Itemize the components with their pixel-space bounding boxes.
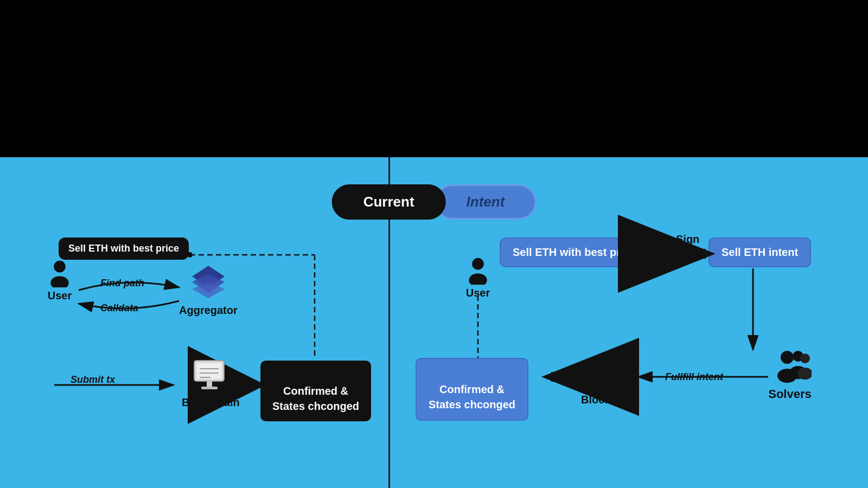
solvers-figure: Solvers	[768, 350, 812, 401]
svg-point-0	[54, 261, 66, 273]
user-figure-right: User	[464, 258, 492, 299]
calldata-label: Calldata	[100, 303, 138, 314]
user-label-left: User	[48, 290, 72, 302]
sign-label: Sign	[676, 233, 699, 246]
submit-tx-label: Submit tx	[71, 374, 115, 386]
confirmed-box-right: Confirmed & States chconged	[416, 358, 528, 421]
bottom-section: Current Intent Sell ETH with best price …	[0, 157, 868, 488]
svg-point-23	[781, 351, 794, 364]
svg-point-19	[472, 258, 484, 270]
intent-button[interactable]: Intent	[435, 184, 537, 220]
user-icon-right	[464, 258, 492, 285]
blockchain-container-left: Blockchain	[182, 358, 240, 409]
user-icon-left	[46, 260, 73, 287]
toggle-container: Current Intent	[332, 184, 537, 220]
blockchain-icon-right	[591, 355, 629, 390]
blockchain-container-right: Blockchain	[581, 355, 639, 406]
svg-rect-15	[201, 387, 218, 389]
confirmed-box-left: Confirmed & States chconged	[260, 361, 371, 421]
sell-intent-box: Sell ETH intent	[709, 237, 811, 267]
user-figure-left: User	[46, 260, 73, 302]
svg-point-25	[800, 354, 810, 363]
top-black-section	[0, 0, 868, 157]
confirmed-text-left: Confirmed & States chconged	[272, 385, 359, 412]
blockchain-label-right: Blockchain	[581, 394, 639, 406]
user-label-right: User	[466, 287, 490, 299]
svg-rect-28	[596, 361, 621, 376]
svg-rect-29	[606, 378, 611, 384]
svg-rect-13	[197, 363, 221, 378]
blockchain-label-left: Blockchain	[182, 396, 240, 409]
find-path-label: Find path	[100, 278, 144, 289]
confirmed-text-right: Confirmed & States chconged	[429, 383, 515, 410]
fulfill-intent-label: Fullfill intent	[665, 371, 723, 383]
solvers-label: Solvers	[768, 387, 812, 401]
left-arrows-svg	[0, 157, 388, 488]
aggregator-label: Aggregator	[179, 304, 238, 317]
current-button[interactable]: Current	[332, 184, 446, 220]
left-panel: Sell ETH with best price User Aggregator	[0, 157, 388, 488]
solvers-icon	[768, 350, 812, 385]
svg-rect-30	[601, 384, 617, 387]
sell-eth-speech-bubble: Sell ETH with best price	[59, 237, 189, 260]
svg-rect-14	[207, 381, 212, 387]
sell-eth-bubble-right: Sell ETH with best price	[500, 237, 649, 267]
blockchain-icon-left	[192, 358, 229, 393]
svg-point-1	[50, 276, 68, 287]
aggregator-container: Aggregator	[179, 263, 238, 317]
aggregator-icon	[189, 263, 227, 301]
svg-point-20	[469, 273, 487, 285]
svg-point-24	[777, 369, 797, 383]
